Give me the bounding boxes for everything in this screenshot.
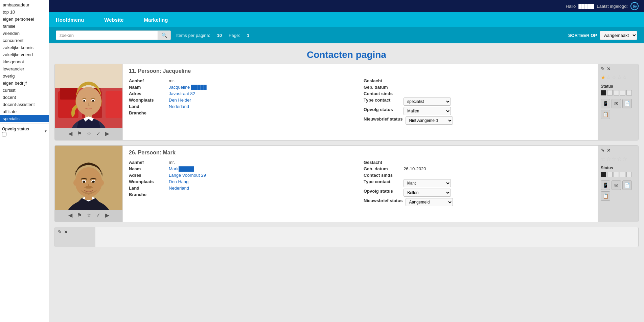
edit-icon-jacqueline[interactable]: ✎ [601, 66, 605, 71]
svg-point-16 [93, 100, 94, 101]
star-icon-jacqueline[interactable]: ☆ [87, 130, 91, 137]
status-block-1-mark[interactable] [607, 172, 613, 177]
field-select-type-contact-mark[interactable]: klantspecialistleverancier [404, 179, 451, 187]
field-select-nieuwsbrief-status-jacqueline[interactable]: Niet AangemeldAangemeld [406, 116, 453, 125]
photo-actions-jacqueline: ◀⚑☆✓▶ [68, 128, 109, 137]
side-panel-top-mark: ✎✕ [601, 148, 636, 153]
close-icon-jacqueline[interactable]: ✕ [607, 66, 611, 71]
sidebar-item-docent[interactable]: docent [0, 94, 49, 101]
field-select-nieuwsbrief-status-mark[interactable]: AangemeldNiet Aangemeld [406, 198, 453, 206]
status-block-1-jacqueline[interactable] [607, 90, 613, 95]
star-2-jacqueline[interactable]: ☆ [612, 74, 616, 81]
status-block-2-jacqueline[interactable] [614, 90, 619, 95]
sidebar-item-zakelijke-kennis[interactable]: zakelijke kennis [0, 44, 49, 51]
clipboard-icon-jacqueline[interactable]: 📋 [601, 110, 610, 119]
topbar: Hallo █████ Laatst ingelogd: ⊕ [49, 0, 644, 12]
star-0-mark[interactable]: ☆ [601, 156, 605, 162]
star-row-mark: ☆☆☆☆☆ [601, 156, 627, 162]
status-block-0-mark[interactable] [601, 172, 606, 177]
status-block-3-jacqueline[interactable] [620, 90, 625, 95]
sidebar-item-concurrent[interactable]: concurrent [0, 37, 49, 44]
mobile-icon-mark[interactable]: 📱 [601, 180, 610, 190]
field-label-right-3-mark: Type contact [364, 179, 401, 184]
email-icon-jacqueline[interactable]: ✉ [612, 99, 621, 108]
field-value-left-2-jacqueline[interactable]: Javastraat 82 [169, 91, 195, 96]
flag-icon-mark[interactable]: ⚑ [77, 212, 82, 218]
field-select-opvolg-status-jacqueline[interactable]: MailenBellenGeen [404, 107, 451, 115]
status-block-4-mark[interactable] [626, 172, 632, 177]
next-arrow-jacqueline[interactable]: ▶ [105, 130, 109, 137]
star-1-mark[interactable]: ☆ [606, 156, 611, 162]
mobile-icon-jacqueline[interactable]: 📱 [601, 99, 610, 108]
edit-icon-mark[interactable]: ✎ [601, 148, 605, 153]
status-block-0-jacqueline[interactable] [601, 90, 606, 95]
status-block-3-mark[interactable] [620, 172, 625, 177]
prev-arrow-jacqueline[interactable]: ◀ [68, 130, 72, 137]
flag-icon-jacqueline[interactable]: ⚑ [77, 130, 82, 137]
sidebar-item-cursist[interactable]: cursist [0, 87, 49, 94]
field-value-left-3-mark[interactable]: Den Haag [169, 179, 189, 184]
search-input[interactable] [56, 31, 158, 40]
status-label-jacqueline: Status [601, 84, 613, 89]
star-4-mark[interactable]: ☆ [622, 156, 627, 162]
sidebar-item-eigen-personeel[interactable]: eigen personeel [0, 16, 49, 23]
document-icon-jacqueline[interactable]: 📄 [622, 99, 632, 108]
status-block-2-mark[interactable] [614, 172, 619, 177]
sort-select[interactable]: AangemaaktNaamDatum [600, 31, 637, 40]
field-value-left-3-jacqueline[interactable]: Den Helder [169, 98, 191, 103]
nav-hoofdmenu[interactable]: Hoofdmenu [56, 17, 84, 23]
sidebar-item-familie[interactable]: familie [0, 23, 49, 30]
field-value-left-2-mark[interactable]: Lange Voorhout 29 [169, 173, 206, 178]
field-value-left-4-jacqueline[interactable]: Nederland [169, 104, 189, 109]
check-icon-jacqueline[interactable]: ✓ [96, 130, 100, 137]
edit-icon-partial[interactable]: ✎ [58, 229, 62, 235]
field-label-left-0-mark: Aanhef [129, 160, 166, 165]
document-icon-mark[interactable]: 📄 [622, 180, 632, 190]
field-value-left-1-jacqueline[interactable]: Jacqueline █████ [169, 85, 207, 90]
nav-marketing[interactable]: Marketing [144, 17, 168, 23]
sidebar-item-ambassadeur[interactable]: ambassadeur [0, 1, 49, 8]
sidebar-item-docent-assistent[interactable]: docent-assistent [0, 101, 49, 108]
star-2-mark[interactable]: ☆ [612, 156, 616, 162]
field-left-0-mark: Aanhefmr. [129, 159, 357, 166]
sidebar-item-affiliate[interactable]: affiliate [0, 108, 49, 115]
star-4-jacqueline[interactable]: ☆ [622, 74, 627, 81]
field-value-left-4-mark[interactable]: Nederland [169, 186, 189, 191]
sidebar-item-klasgenoot[interactable]: klasgenoot [0, 58, 49, 65]
card-info-mark: 26. Persoon: MarkAanhefmr.NaamMark█████A… [122, 146, 598, 222]
field-label-left-2-jacqueline: Adres [129, 91, 166, 96]
sort-wrap: SORTEER OP AangemaaktNaamDatum [568, 31, 637, 40]
next-arrow-mark[interactable]: ▶ [105, 212, 109, 218]
field-label-left-3-jacqueline: Woonplaats [129, 98, 166, 103]
star-0-jacqueline[interactable]: ★ [601, 74, 605, 81]
clipboard-icon-mark[interactable]: 📋 [601, 191, 610, 201]
sidebar-item-specialist[interactable]: specialist [0, 115, 49, 122]
sidebar: ambassadeurtop 10eigen personeelfamiliev… [0, 0, 49, 322]
login-icon[interactable]: ⊕ [630, 2, 639, 10]
sidebar-item-leverancier[interactable]: leverancier [0, 65, 49, 72]
status-block-4-jacqueline[interactable] [626, 90, 632, 95]
star-icon-mark[interactable]: ☆ [87, 212, 91, 218]
nav-website[interactable]: Website [104, 17, 123, 23]
field-value-left-1-mark[interactable]: Mark█████ [169, 166, 194, 171]
sidebar-item-overig[interactable]: overig [0, 72, 49, 80]
field-select-opvolg-status-mark[interactable]: BellenMailenGeen [404, 189, 451, 197]
search-button[interactable]: 🔍 [158, 31, 170, 40]
star-3-mark[interactable]: ☆ [617, 156, 622, 162]
opvolg-checkbox[interactable] [2, 132, 6, 136]
sidebar-item-zakelijke-vriend[interactable]: zakelijke vriend [0, 51, 49, 58]
sidebar-item-eigen-bedrijf[interactable]: eigen bedrijf [0, 80, 49, 87]
field-label-left-2-mark: Adres [129, 173, 166, 178]
email-icon-mark[interactable]: ✉ [612, 180, 621, 190]
close-icon-mark[interactable]: ✕ [607, 148, 611, 153]
star-3-jacqueline[interactable]: ☆ [617, 74, 622, 81]
sidebar-item-vrienden[interactable]: vrienden [0, 30, 49, 37]
star-1-jacqueline[interactable]: ☆ [606, 74, 611, 81]
status-blocks-mark [601, 172, 632, 177]
prev-arrow-mark[interactable]: ◀ [68, 212, 72, 218]
close-icon-partial[interactable]: ✕ [64, 229, 68, 235]
field-right-1-mark: Geb. datum26-10-2020 [364, 166, 592, 172]
sidebar-item-top-10[interactable]: top 10 [0, 8, 49, 16]
check-icon-mark[interactable]: ✓ [96, 212, 100, 218]
field-select-type-contact-jacqueline[interactable]: specialistklantleverancier [404, 98, 451, 106]
